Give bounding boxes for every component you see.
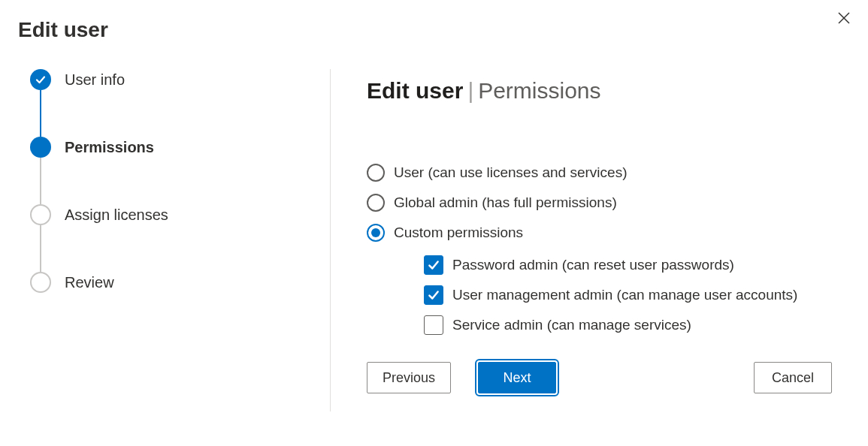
radio-label: Custom permissions [394, 225, 523, 241]
radio-custom-permissions[interactable]: Custom permissions [367, 224, 832, 242]
step-upcoming-icon [30, 204, 51, 225]
permissions-panel: Edit user|Permissions User (can use lice… [331, 69, 868, 411]
step-assign-licenses[interactable]: Assign licenses [30, 204, 330, 225]
radio-global-admin[interactable]: Global admin (has full permissions) [367, 194, 832, 212]
step-label: Review [65, 274, 114, 291]
step-label: Permissions [65, 139, 154, 156]
radio-icon [367, 164, 385, 182]
previous-button[interactable]: Previous [367, 362, 451, 393]
radio-user[interactable]: User (can use licenses and services) [367, 164, 832, 182]
step-permissions[interactable]: Permissions [30, 137, 330, 158]
step-completed-icon [30, 69, 51, 90]
heading-section: Permissions [478, 78, 600, 103]
heading-separator: | [467, 78, 473, 103]
checkmark-icon [427, 288, 440, 302]
cancel-button[interactable]: Cancel [754, 362, 832, 393]
checkbox-checked-icon [424, 255, 443, 275]
radio-label: Global admin (has full permissions) [394, 194, 617, 211]
wizard-stepper: User info Permissions Assign licenses Re… [0, 69, 331, 411]
wizard-buttons: Previous Next Cancel [367, 335, 832, 411]
checkbox-user-management-admin[interactable]: User management admin (can manage user a… [424, 285, 832, 305]
step-upcoming-icon [30, 272, 51, 293]
checkbox-service-admin[interactable]: Service admin (can manage services) [424, 315, 832, 335]
step-connector [40, 225, 41, 272]
step-label: Assign licenses [65, 206, 168, 224]
step-connector [40, 90, 41, 137]
close-icon [838, 12, 850, 24]
radio-icon-selected [367, 224, 385, 242]
step-review[interactable]: Review [30, 272, 330, 293]
checkbox-label: Password admin (can reset user passwords… [452, 257, 734, 273]
step-current-icon [30, 137, 51, 158]
checkbox-label: Service admin (can manage services) [452, 317, 691, 333]
close-button[interactable] [836, 11, 851, 26]
panel-heading: Edit user|Permissions [367, 78, 832, 104]
role-radio-group: User (can use licenses and services) Glo… [367, 164, 832, 335]
step-connector [40, 158, 41, 204]
heading-prefix: Edit user [367, 78, 463, 103]
checkmark-icon [35, 74, 47, 86]
checkbox-label: User management admin (can manage user a… [452, 287, 797, 303]
step-user-info[interactable]: User info [30, 69, 330, 90]
radio-icon [367, 194, 385, 212]
checkbox-password-admin[interactable]: Password admin (can reset user passwords… [424, 255, 832, 275]
radio-dot-icon [371, 228, 380, 237]
step-label: User info [65, 71, 125, 89]
custom-permissions-group: Password admin (can reset user passwords… [367, 255, 832, 335]
checkmark-icon [427, 258, 440, 272]
next-button[interactable]: Next [478, 362, 556, 393]
radio-label: User (can use licenses and services) [394, 164, 627, 181]
checkbox-checked-icon [424, 285, 443, 305]
checkbox-unchecked-icon [424, 315, 443, 335]
dialog-title: Edit user [0, 0, 868, 42]
